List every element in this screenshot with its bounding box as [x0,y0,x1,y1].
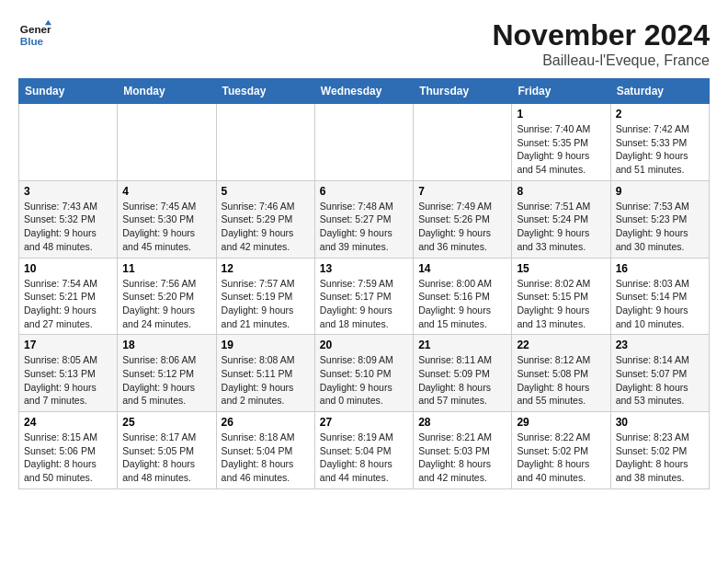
day-info: Sunrise: 8:11 AM Sunset: 5:09 PM Dayligh… [418,353,506,408]
day-number: 4 [122,185,210,198]
day-number: 28 [418,416,506,429]
day-info: Sunrise: 8:05 AM Sunset: 5:13 PM Dayligh… [24,353,112,408]
day-number: 8 [517,185,605,198]
calendar-cell: 28Sunrise: 8:21 AM Sunset: 5:03 PM Dayli… [414,412,512,489]
day-number: 24 [24,416,112,429]
calendar-cell: 24Sunrise: 8:15 AM Sunset: 5:06 PM Dayli… [19,412,118,489]
day-info: Sunrise: 7:51 AM Sunset: 5:24 PM Dayligh… [517,200,605,254]
calendar-cell: 6Sunrise: 7:48 AM Sunset: 5:27 PM Daylig… [314,180,413,258]
day-number: 27 [320,416,408,429]
weekday-header-sunday: Sunday [19,79,118,104]
calendar-cell: 4Sunrise: 7:45 AM Sunset: 5:30 PM Daylig… [118,180,216,258]
calendar-week-3: 10Sunrise: 7:54 AM Sunset: 5:21 PM Dayli… [19,258,710,335]
calendar-cell: 30Sunrise: 8:23 AM Sunset: 5:02 PM Dayli… [610,412,709,489]
logo-icon: General Blue [18,18,51,52]
day-number: 18 [122,339,210,351]
day-number: 10 [24,262,112,275]
day-info: Sunrise: 8:12 AM Sunset: 5:08 PM Dayligh… [517,353,605,408]
calendar-cell: 2Sunrise: 7:42 AM Sunset: 5:33 PM Daylig… [610,104,709,181]
day-info: Sunrise: 8:15 AM Sunset: 5:06 PM Dayligh… [24,431,112,485]
title-section: November 2024 Bailleau-l'Eveque, France [492,18,710,69]
calendar-cell: 10Sunrise: 7:54 AM Sunset: 5:21 PM Dayli… [19,258,118,335]
calendar-cell: 5Sunrise: 7:46 AM Sunset: 5:29 PM Daylig… [216,180,314,258]
calendar-cell: 12Sunrise: 7:57 AM Sunset: 5:19 PM Dayli… [216,258,314,335]
calendar-week-1: 1Sunrise: 7:40 AM Sunset: 5:35 PM Daylig… [19,104,710,181]
day-number: 20 [320,339,408,351]
calendar-cell: 9Sunrise: 7:53 AM Sunset: 5:23 PM Daylig… [610,180,709,258]
calendar-cell: 1Sunrise: 7:40 AM Sunset: 5:35 PM Daylig… [512,104,610,181]
day-number: 25 [122,416,210,429]
calendar-cell [314,104,413,181]
day-info: Sunrise: 8:06 AM Sunset: 5:12 PM Dayligh… [122,353,210,408]
weekday-header-saturday: Saturday [610,79,709,104]
day-number: 14 [418,262,506,275]
day-number: 11 [122,262,210,275]
day-info: Sunrise: 7:57 AM Sunset: 5:19 PM Dayligh… [222,277,310,331]
calendar-cell [414,104,512,181]
day-info: Sunrise: 7:46 AM Sunset: 5:29 PM Dayligh… [222,200,310,254]
calendar-cell: 27Sunrise: 8:19 AM Sunset: 5:04 PM Dayli… [314,412,413,489]
location-title: Bailleau-l'Eveque, France [492,52,710,69]
day-number: 15 [517,262,605,275]
weekday-header-wednesday: Wednesday [314,79,413,104]
calendar-cell: 15Sunrise: 8:02 AM Sunset: 5:15 PM Dayli… [512,258,610,335]
day-info: Sunrise: 7:59 AM Sunset: 5:17 PM Dayligh… [320,277,408,331]
day-info: Sunrise: 7:45 AM Sunset: 5:30 PM Dayligh… [122,200,210,254]
calendar-cell: 13Sunrise: 7:59 AM Sunset: 5:17 PM Dayli… [314,258,413,335]
day-info: Sunrise: 7:42 AM Sunset: 5:33 PM Dayligh… [616,122,704,177]
day-number: 13 [320,262,408,275]
day-number: 3 [24,185,112,198]
day-number: 1 [517,108,605,121]
day-number: 23 [616,339,704,351]
weekday-header-thursday: Thursday [414,79,512,104]
day-info: Sunrise: 8:19 AM Sunset: 5:04 PM Dayligh… [320,431,408,485]
day-info: Sunrise: 7:48 AM Sunset: 5:27 PM Dayligh… [320,200,408,254]
calendar-cell: 21Sunrise: 8:11 AM Sunset: 5:09 PM Dayli… [414,335,512,412]
calendar-cell: 7Sunrise: 7:49 AM Sunset: 5:26 PM Daylig… [414,180,512,258]
calendar-cell: 17Sunrise: 8:05 AM Sunset: 5:13 PM Dayli… [19,335,118,412]
day-info: Sunrise: 7:53 AM Sunset: 5:23 PM Dayligh… [616,200,704,254]
day-info: Sunrise: 8:00 AM Sunset: 5:16 PM Dayligh… [418,277,506,331]
weekday-header-monday: Monday [118,79,216,104]
day-number: 26 [222,416,310,429]
weekday-header-friday: Friday [512,79,610,104]
day-info: Sunrise: 8:14 AM Sunset: 5:07 PM Dayligh… [616,353,704,408]
day-info: Sunrise: 8:03 AM Sunset: 5:14 PM Dayligh… [616,277,704,331]
day-number: 30 [616,416,704,429]
day-number: 19 [222,339,310,351]
day-info: Sunrise: 7:54 AM Sunset: 5:21 PM Dayligh… [24,277,112,331]
month-title: November 2024 [492,18,710,52]
day-info: Sunrise: 7:43 AM Sunset: 5:32 PM Dayligh… [24,200,112,254]
calendar-cell: 22Sunrise: 8:12 AM Sunset: 5:08 PM Dayli… [512,335,610,412]
calendar-week-5: 24Sunrise: 8:15 AM Sunset: 5:06 PM Dayli… [19,412,710,489]
logo: General Blue [18,18,55,52]
calendar-cell: 14Sunrise: 8:00 AM Sunset: 5:16 PM Dayli… [414,258,512,335]
day-number: 2 [616,108,704,121]
calendar-cell: 3Sunrise: 7:43 AM Sunset: 5:32 PM Daylig… [19,180,118,258]
calendar-cell: 16Sunrise: 8:03 AM Sunset: 5:14 PM Dayli… [610,258,709,335]
calendar-body: 1Sunrise: 7:40 AM Sunset: 5:35 PM Daylig… [19,104,710,489]
day-info: Sunrise: 8:18 AM Sunset: 5:04 PM Dayligh… [222,431,310,485]
day-number: 7 [418,185,506,198]
day-number: 9 [616,185,704,198]
day-number: 21 [418,339,506,351]
day-info: Sunrise: 8:02 AM Sunset: 5:15 PM Dayligh… [517,277,605,331]
calendar-cell [19,104,118,181]
weekday-header-tuesday: Tuesday [216,79,314,104]
day-number: 22 [517,339,605,351]
day-info: Sunrise: 8:22 AM Sunset: 5:02 PM Dayligh… [517,431,605,485]
day-number: 16 [616,262,704,275]
day-info: Sunrise: 8:17 AM Sunset: 5:05 PM Dayligh… [122,431,210,485]
calendar-cell: 23Sunrise: 8:14 AM Sunset: 5:07 PM Dayli… [610,335,709,412]
day-number: 5 [222,185,310,198]
day-number: 12 [222,262,310,275]
calendar-cell: 18Sunrise: 8:06 AM Sunset: 5:12 PM Dayli… [118,335,216,412]
calendar-cell: 29Sunrise: 8:22 AM Sunset: 5:02 PM Dayli… [512,412,610,489]
day-info: Sunrise: 8:21 AM Sunset: 5:03 PM Dayligh… [418,431,506,485]
calendar-table: SundayMondayTuesdayWednesdayThursdayFrid… [18,78,710,489]
day-number: 29 [517,416,605,429]
day-info: Sunrise: 7:40 AM Sunset: 5:35 PM Dayligh… [517,122,605,177]
calendar-cell: 20Sunrise: 8:09 AM Sunset: 5:10 PM Dayli… [314,335,413,412]
calendar-cell [118,104,216,181]
day-number: 6 [320,185,408,198]
